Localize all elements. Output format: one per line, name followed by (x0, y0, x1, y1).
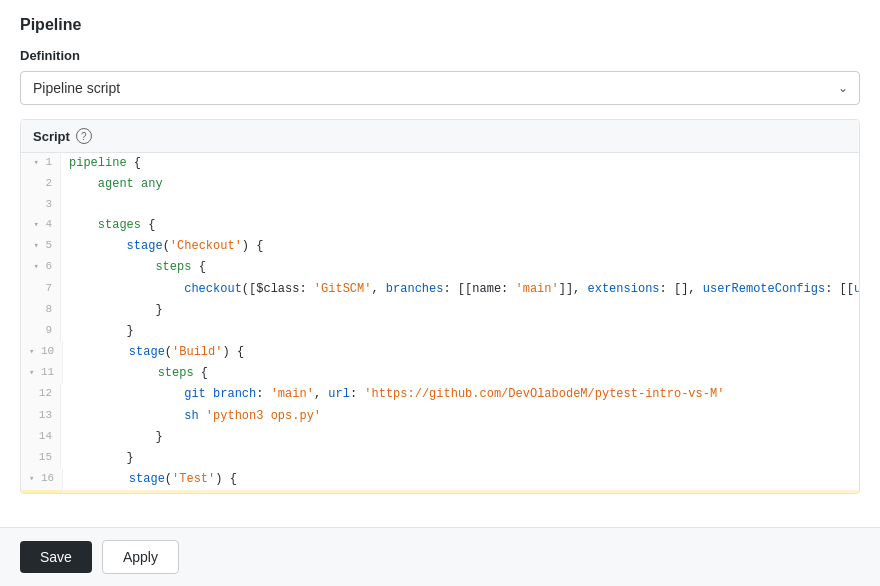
line-number: ▾ 5 (21, 236, 61, 257)
line-content: steps { (63, 490, 859, 493)
line-number: ▾ 10 (21, 342, 63, 363)
line-number: 12 (21, 384, 61, 405)
line-number: 8 (21, 300, 61, 321)
line-content: stages { (61, 215, 859, 236)
definition-select[interactable]: Pipeline script Pipeline script from SCM (20, 71, 860, 105)
script-header: Script ? (21, 120, 859, 153)
table-row: ▾ 10 stage('Build') { (21, 342, 859, 363)
table-row: 13 sh 'python3 ops.py' (21, 406, 859, 427)
line-content: stage('Checkout') { (61, 236, 859, 257)
line-number: ▾ 16 (21, 469, 63, 490)
table-row: 2 agent any (21, 174, 859, 195)
line-content: agent any (61, 174, 859, 195)
line-content: } (61, 321, 859, 342)
table-row: ▾ 16 stage('Test') { (21, 469, 859, 490)
line-content: } (61, 300, 859, 321)
line-number: ▾ 4 (21, 215, 61, 236)
code-area[interactable]: ▾ 1pipeline {2 agent any3▾ 4 stages {▾ 5… (21, 153, 859, 493)
table-row: ▾ 1pipeline { (21, 153, 859, 174)
line-content: checkout([$class: 'GitSCM', branches: [[… (61, 279, 859, 300)
script-panel: Script ? ▾ 1pipeline {2 agent any3▾ 4 st… (20, 119, 860, 494)
line-content: sh 'python3 ops.py' (61, 406, 859, 427)
line-content (61, 195, 859, 215)
line-number: 2 (21, 174, 61, 195)
line-number: 3 (21, 195, 61, 215)
table-row: 3 (21, 195, 859, 215)
table-row: ▾ 5 stage('Checkout') { (21, 236, 859, 257)
script-label: Script (33, 129, 70, 144)
table-row: 9 } (21, 321, 859, 342)
line-number: 14 (21, 427, 61, 448)
line-content: stage('Build') { (63, 342, 859, 363)
table-row: ▾ 11 steps { (21, 363, 859, 384)
table-row: 7 checkout([$class: 'GitSCM', branches: … (21, 279, 859, 300)
page-title: Pipeline (20, 16, 860, 34)
line-number: 15 (21, 448, 61, 469)
definition-label: Definition (20, 48, 860, 63)
line-number: ▾ 17 (21, 490, 63, 493)
line-content: pipeline { (61, 153, 859, 174)
line-number: ▾ 11 (21, 363, 63, 384)
table-row: 14 } (21, 427, 859, 448)
line-number: 9 (21, 321, 61, 342)
apply-button[interactable]: Apply (102, 540, 179, 574)
table-row: 8 } (21, 300, 859, 321)
footer-bar: Save Apply (0, 527, 880, 586)
line-number: ▾ 1 (21, 153, 61, 174)
definition-select-wrapper: Pipeline script Pipeline script from SCM… (20, 71, 860, 105)
help-icon[interactable]: ? (76, 128, 92, 144)
line-number: 7 (21, 279, 61, 300)
line-content: steps { (63, 363, 859, 384)
line-content: git branch: 'main', url: 'https://github… (61, 384, 859, 405)
table-row: 15 } (21, 448, 859, 469)
table-row: 12 git branch: 'main', url: 'https://git… (21, 384, 859, 405)
line-content: } (61, 448, 859, 469)
line-content: steps { (61, 257, 859, 278)
line-content: } (61, 427, 859, 448)
save-button[interactable]: Save (20, 541, 92, 573)
table-row: ▾ 6 steps { (21, 257, 859, 278)
table-row: ▾ 4 stages { (21, 215, 859, 236)
line-number: ▾ 6 (21, 257, 61, 278)
line-number: 13 (21, 406, 61, 427)
table-row: ▾ 17 steps { (21, 490, 859, 493)
line-content: stage('Test') { (63, 469, 859, 490)
